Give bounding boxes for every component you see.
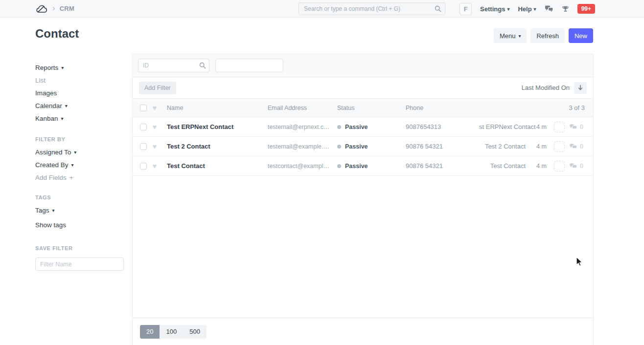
chevron-down-icon: ▾ [52, 208, 55, 213]
assign-button[interactable] [554, 122, 565, 132]
contact-title: st ERPNext Contact [479, 123, 536, 130]
contact-email: testcontact@exampl… [268, 163, 337, 170]
heart-icon[interactable]: ♥ [151, 162, 159, 170]
search-icon [435, 5, 441, 14]
settings-menu[interactable]: Settings ▾ [480, 5, 509, 13]
column-header-name: Name [167, 105, 268, 111]
contact-phone: 9087654313 [406, 123, 479, 130]
assign-button[interactable] [554, 161, 565, 172]
select-all-checkbox[interactable] [140, 105, 147, 111]
tags-heading: TAGS [35, 194, 125, 200]
help-menu[interactable]: Help ▾ [518, 5, 536, 13]
filter-name-input[interactable] [35, 258, 124, 271]
plus-icon: + [69, 174, 73, 181]
help-label: Help [518, 5, 531, 13]
contact-title: Test 2 Contact [479, 143, 536, 150]
contact-status: Passive [337, 143, 406, 150]
contact-email: testemail@example.… [268, 143, 337, 150]
contact-name[interactable]: Test Contact [167, 162, 268, 170]
status-indicator-dot [337, 164, 341, 168]
tags-filter[interactable]: Tags ▾ [35, 207, 125, 214]
page-size-20[interactable]: 20 [140, 325, 160, 339]
created-by-filter[interactable]: Created By ▾ [35, 161, 125, 169]
column-header-status: Status [337, 105, 406, 111]
chevron-down-icon: ▾ [74, 150, 76, 155]
sort-direction-button[interactable] [574, 82, 587, 94]
column-header-email: Email Address [268, 105, 337, 111]
sidebar-item-calendar[interactable]: Calendar ▾ [35, 102, 125, 109]
settings-label: Settings [480, 5, 505, 13]
contact-phone: 90876 54321 [406, 162, 479, 170]
page-size-500[interactable]: 500 [183, 325, 207, 339]
add-fields-link[interactable]: Add Fields + [35, 174, 125, 181]
comment-count[interactable]: 0 [570, 143, 593, 150]
status-indicator-dot [337, 125, 341, 129]
chevron-down-icon: ▾ [518, 33, 521, 39]
breadcrumb[interactable]: CRM [60, 5, 75, 12]
chevron-down-icon: ▾ [61, 116, 64, 121]
list-footer: 20 100 500 [133, 318, 593, 345]
filter-toolbar: Add Filter Last Modified On [133, 77, 593, 99]
row-checkbox[interactable] [140, 163, 147, 170]
add-filter-button[interactable]: Add Filter [139, 82, 176, 94]
show-tags-toggle[interactable]: Show tags [35, 221, 125, 229]
heart-icon[interactable]: ♥ [151, 123, 159, 130]
comments-icon [570, 124, 577, 130]
table-row[interactable]: ♥ Test 2 Contact testemail@example.… Pas… [133, 137, 593, 156]
page-size-100[interactable]: 100 [160, 325, 183, 339]
page-size-selector: 20 100 500 [140, 325, 207, 339]
page-title: Contact [35, 27, 79, 41]
trophy-icon[interactable] [562, 5, 569, 13]
chat-icon[interactable] [545, 5, 553, 12]
chevron-down-icon: ▾ [534, 6, 536, 12]
assign-button[interactable] [554, 141, 565, 152]
notifications-badge[interactable]: 99+ [577, 4, 595, 14]
table-row[interactable]: ♥ Test Contact testcontact@exampl… Passi… [133, 156, 593, 176]
assigned-to-filter[interactable]: Assigned To ▾ [35, 149, 125, 156]
list-container: Add Filter Last Modified On ♥ Name Email… [132, 54, 594, 345]
chevron-down-icon: ▾ [507, 6, 509, 12]
filter-value-input[interactable] [215, 59, 283, 72]
sidebar-item-images[interactable]: Images [35, 89, 125, 97]
save-filter-heading: SAVE FILTER [35, 245, 125, 251]
comments-icon [570, 144, 577, 150]
sidebar-item-kanban[interactable]: Kanban ▾ [35, 115, 125, 122]
arrow-down-icon [577, 85, 583, 91]
heart-icon[interactable]: ♥ [151, 143, 159, 150]
comment-count[interactable]: 0 [570, 124, 593, 130]
table-row[interactable]: ♥ Test ERPNext Contact testemail@erpnext… [133, 117, 593, 137]
chevron-down-icon: ▾ [61, 65, 64, 70]
modified-ago: 4 m [536, 124, 553, 130]
sidebar-item-list[interactable]: List [35, 77, 125, 84]
menu-button[interactable]: Menu ▾ [494, 28, 527, 43]
sort-field-label[interactable]: Last Modified On [522, 84, 570, 91]
breadcrumb-chevron-icon: › [52, 4, 55, 12]
liked-by-filter-icon[interactable]: ♥ [151, 104, 159, 111]
chevron-down-icon: ▾ [71, 162, 74, 168]
standard-filter-area [133, 54, 593, 77]
app-logo-icon[interactable] [35, 3, 48, 14]
list-sidebar: Reports ▾ List Images Calendar ▾ Kanban … [35, 64, 125, 271]
list-header-row: ♥ Name Email Address Status Phone 3 of 3 [133, 99, 593, 117]
contact-title: Test Contact [479, 162, 536, 170]
contact-email: testemail@erpnext.c… [268, 124, 337, 130]
modified-ago: 4 m [536, 163, 553, 170]
global-search-input[interactable] [299, 2, 445, 15]
new-button[interactable]: New [569, 28, 593, 43]
contact-name[interactable]: Test ERPNext Contact [167, 123, 268, 130]
user-avatar[interactable]: F [460, 3, 472, 15]
contact-status: Passive [337, 163, 406, 170]
refresh-button[interactable]: Refresh [530, 28, 565, 43]
page-head: Contact Menu ▾ Refresh New [0, 18, 644, 54]
modified-ago: 4 m [536, 143, 553, 150]
sidebar-item-reports[interactable]: Reports ▾ [35, 64, 125, 71]
result-count: 3 of 3 [479, 104, 593, 111]
contact-status: Passive [337, 124, 406, 130]
row-checkbox[interactable] [140, 143, 147, 150]
chevron-down-icon: ▾ [65, 103, 68, 108]
contact-name[interactable]: Test 2 Contact [167, 143, 268, 150]
column-header-phone: Phone [406, 105, 479, 111]
comment-count[interactable]: 0 [570, 163, 593, 170]
row-checkbox[interactable] [140, 124, 147, 130]
navbar: › CRM F Settings ▾ Help ▾ [0, 0, 644, 18]
